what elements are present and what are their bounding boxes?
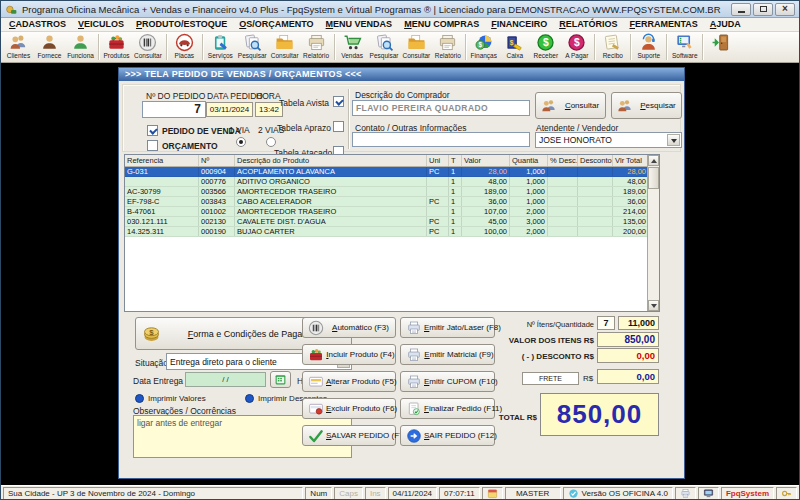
minimize-icon[interactable] [731,3,751,16]
version-icon [568,488,579,499]
finalize-order-button[interactable]: Finalizar Pedido (F11) [400,398,495,419]
contact-field[interactable] [352,132,530,147]
freight-button[interactable]: FRETE [522,372,579,385]
scrollbar-thumb[interactable] [648,167,659,189]
toolbar-relatorio-vendas[interactable]: Relatório [432,32,463,62]
toolbar-relatorio-os[interactable]: Relatório [301,32,332,62]
calendar-button[interactable] [270,371,291,388]
toolbar-caixa[interactable]: $Caixa [499,32,530,62]
print-values-label: Imprimir Valores [148,394,206,403]
table-row[interactable]: 14.325.311000190BUJAO CARTERPC1100,002,0… [125,227,659,237]
status-date: 04/11/2024 [388,487,437,500]
delivery-date-label: Data Entrega [133,376,183,386]
table-row[interactable]: 030.121.111002130CAVALETE DIST. D'AGUAPC… [125,217,659,227]
close-icon[interactable]: × [775,3,795,16]
scroll-up-icon[interactable] [648,155,659,166]
toolbar-consultar-vendas[interactable]: Consultar [400,32,432,62]
table-row-selected[interactable]: G-031000904ACOPLAMENTO ALAVANCAPC128,001… [125,167,659,177]
svg-text:$: $ [543,37,549,48]
attendant-select[interactable]: JOSE HONORATO [535,132,682,148]
folder-icon [407,33,426,52]
toolbar-financas[interactable]: $Finanças [468,32,499,62]
menu-vendas[interactable]: MENU VENDAS [320,18,399,31]
chevron-down-icon[interactable] [667,134,680,146]
pedido-venda-checkbox[interactable] [147,125,158,136]
column-header[interactable]: Desconto [578,155,613,166]
menu-os-orcamento[interactable]: OS/ORÇAMENTO [233,18,319,31]
menu-financeiro[interactable]: FINANCEIRO [485,18,553,31]
column-header[interactable]: Descrição do Produto [235,155,427,166]
menu-ferramentas[interactable]: FERRAMENTAS [624,18,704,31]
two-vias-radio[interactable] [266,137,276,147]
automatic-button[interactable]: Automático (F3) [302,317,396,338]
print-matrix-button[interactable]: Emitir Matricial (F9) [400,344,495,365]
toolbar-consultar-produto[interactable]: Consultar [132,32,164,62]
table-row[interactable]: 000776ADITIVO ORGANICO148,001,00048,00 [125,177,659,187]
column-header[interactable]: Referencia [125,155,199,166]
toolbar-recibo[interactable]: Recibo [597,32,628,62]
column-header[interactable]: Quantia [510,155,548,166]
menu-ajuda[interactable]: AJUDA [704,18,747,31]
search-client-button[interactable]: Pesquisar [611,92,682,119]
toolbar-sair[interactable] [705,32,736,62]
column-header[interactable]: Valor [462,155,510,166]
toolbar-software[interactable]: Software [669,32,700,62]
toolbar-fornecedores[interactable]: Fornece [34,32,65,62]
scroll-down-icon[interactable] [648,300,659,311]
status-num: Num [305,487,332,500]
toolbar-consultar-os[interactable]: Consultar [269,32,301,62]
buyer-field[interactable]: FLAVIO PEREIRA QUADRADO [352,100,530,116]
tabela-aprazo-checkbox[interactable] [333,121,344,132]
toolbar-vendas[interactable]: Vendas [337,32,368,62]
toolbar-apagar[interactable]: $A Pagar [561,32,592,62]
table-row[interactable]: AC-30799003566AMORTECEDOR TRASEIRO1189,0… [125,187,659,197]
toolbar-receber[interactable]: $Receber [530,32,561,62]
alter-product-button[interactable]: Alterar Produto (F5) [302,371,396,392]
menu-produto-estoque[interactable]: PRODUTO/ESTOQUE [130,18,233,31]
column-header[interactable]: Uni [427,155,449,166]
print-coupon-button[interactable]: Emitir CUPOM (F10) [400,371,495,392]
toolbar-pesquisar-vendas[interactable]: Pesquisar [368,32,401,62]
status-printer[interactable] [675,487,696,500]
freight-field[interactable]: 0,00 [597,369,659,384]
table-row[interactable]: B-47061001002AMORTECEDOR TRASEIRO1107,00… [125,207,659,217]
tabela-aprazo-label: Tabela Aprazo [277,123,329,133]
status-computer[interactable] [698,487,719,500]
include-product-button[interactable]: Incluir Produto (F4) [302,344,396,365]
column-header[interactable]: Vlr Total [613,155,649,166]
exit-order-button[interactable]: SAIR PEDIDO (F12) [400,425,495,446]
consult-client-button[interactable]: Consultar [535,92,606,119]
toolbar-pesquisar-os[interactable]: Pesquisar [236,32,269,62]
one-via-radio[interactable] [236,137,246,147]
menu-cadastros[interactable]: CADASTROS [3,18,72,31]
toolbar-produtos[interactable]: Produtos [101,32,132,62]
orcamento-checkbox[interactable] [147,140,158,151]
toolbar-servicos[interactable]: Serviços [205,32,236,62]
column-header[interactable]: Nº [199,155,235,166]
restore-icon[interactable] [753,3,773,16]
menu-relatorios[interactable]: RELATÓRIOS [553,18,623,31]
table-row[interactable]: EF-798-C003843CABO ACELERADORPC136,001,0… [125,197,659,207]
column-header[interactable]: % Desc. [548,155,578,166]
menu-veiculos[interactable]: VEICULOS [72,18,130,31]
delivery-date-field[interactable]: / / [185,372,266,387]
toolbar-placas[interactable]: Placas [169,32,200,62]
tabela-avista-checkbox[interactable] [333,96,344,107]
print-discounts-radio[interactable] [245,394,254,403]
order-date-field[interactable]: 03/11/2024 [206,102,253,117]
print-laser-button[interactable]: Emitir Jato/Laser (F8) [400,317,495,338]
delete-product-button[interactable]: Excluir Produto (F6) [302,398,396,419]
toolbar-funcionarios[interactable]: Funciona [65,32,96,62]
toolbar-suporte[interactable]: Suporte [633,32,664,62]
order-number-field[interactable]: 7 [142,101,206,118]
table-scrollbar[interactable] [647,155,659,311]
discount-label: ( - ) DESCONTO R$ [494,352,594,361]
printer-icon [438,33,457,52]
menu-compras[interactable]: MENU COMPRAS [398,18,485,31]
toolbar-clientes[interactable]: Clientes [3,32,34,62]
printer-icon [406,320,422,336]
column-header[interactable]: T [449,155,462,166]
save-order-button[interactable]: SALVAR PEDIDO (F7) [302,425,396,446]
status-ins: Ins [365,487,386,500]
print-values-radio[interactable] [135,394,144,403]
